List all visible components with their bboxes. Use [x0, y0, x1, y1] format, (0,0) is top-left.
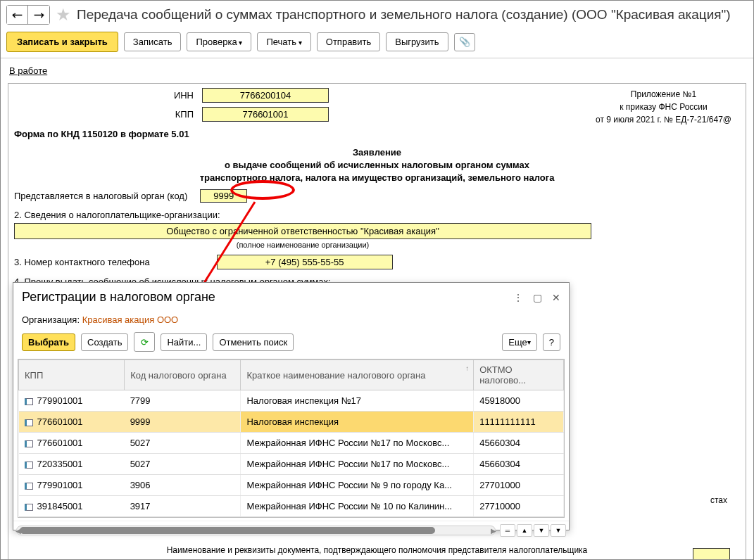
save-button[interactable]: Записать — [124, 32, 182, 51]
org-name-field[interactable]: Общество с ограниченной ответственностью… — [14, 223, 591, 239]
save-close-button[interactable]: Записать и закрыть — [6, 32, 118, 52]
kpp-label: КПП — [148, 109, 194, 120]
send-button[interactable]: Отправить — [317, 32, 380, 51]
page-title: Передача сообщений о суммах транспортног… — [77, 7, 731, 23]
page-last-button[interactable]: ▼ — [551, 524, 566, 537]
status-link[interactable]: В работе — [9, 65, 47, 76]
form-code-line: Форма по КНД 1150120 в формате 5.01 — [14, 129, 740, 139]
org-label: Организация: — [22, 314, 80, 325]
bottom-caption: Наименование и реквизиты документа, подт… — [8, 545, 746, 555]
help-button[interactable]: ? — [543, 333, 560, 351]
scroll-thumb[interactable] — [20, 527, 435, 534]
horizontal-scrollbar[interactable]: ◀ ▶ — [16, 526, 496, 535]
forward-button[interactable]: 🡒 — [28, 6, 49, 24]
dialog-menu-icon[interactable]: ⋮ — [513, 292, 523, 303]
check-button[interactable]: Проверка — [187, 32, 251, 51]
section2-title: 2. Сведения о налогоплательщике-организа… — [14, 210, 740, 220]
dialog-title: Регистрации в налоговом органе — [22, 290, 215, 305]
dialog-close-icon[interactable]: ✕ — [552, 292, 560, 303]
nav-buttons: 🡐 🡒 — [6, 5, 50, 25]
more-button[interactable]: Еще — [502, 333, 536, 351]
org-caption: (полное наименование организации) — [14, 241, 591, 249]
find-button[interactable]: Найти... — [161, 333, 207, 351]
table-row[interactable]: 3918450013917Межрайонная ИФНС России № 1… — [19, 496, 564, 517]
row-icon — [25, 462, 33, 469]
cancel-search-button[interactable]: Отменить поиск — [213, 333, 294, 351]
col-okt[interactable]: ОКТМО налогово... — [474, 360, 564, 390]
table-row[interactable]: 7203350015027Межрайонная ИФНС России №17… — [19, 454, 564, 475]
row-icon — [25, 504, 33, 511]
org-link[interactable]: Красивая акация ООО — [82, 314, 179, 325]
export-button[interactable]: Выгрузить — [386, 32, 448, 51]
table-row[interactable]: 7766010019999Налоговая инспекция11111111… — [19, 412, 564, 433]
scroll-right-icon: ▶ — [491, 527, 496, 535]
phone-field[interactable]: +7 (495) 555-55-55 — [217, 255, 393, 269]
appendix-info: Приложение №1 к приказу ФНС России от 9 … — [596, 88, 731, 126]
row-icon — [25, 483, 33, 490]
kpp-field[interactable]: 776601001 — [202, 107, 329, 122]
refresh-button[interactable]: ⟳ — [134, 332, 155, 352]
refresh-icon: ⟳ — [141, 337, 149, 348]
col-code[interactable]: Код налогового органа — [125, 360, 241, 390]
select-button[interactable]: Выбрать — [22, 333, 75, 351]
favorite-star-icon[interactable]: ★ — [56, 5, 71, 25]
row-icon — [25, 419, 33, 426]
inn-field[interactable]: 7766200104 — [202, 88, 329, 103]
section3-title: 3. Номер контактного телефона — [14, 257, 150, 267]
page-down-button[interactable]: ▼ — [534, 524, 549, 537]
row-icon — [25, 398, 33, 405]
page-up-button[interactable]: ▲ — [517, 524, 532, 537]
table-row[interactable]: 7766010015027Межрайонная ИФНС России №17… — [19, 433, 564, 454]
document-title: Заявление о выдаче сообщений об исчислен… — [14, 146, 740, 185]
dialog-maximize-icon[interactable]: ▢ — [533, 292, 542, 303]
back-button[interactable]: 🡐 — [7, 6, 28, 24]
registrations-table: КПП Код налогового органа Краткое наимен… — [18, 359, 564, 517]
table-row[interactable]: 7799010013906Межрайонная ИФНС России № 9… — [19, 475, 564, 496]
tax-registration-dialog: Регистрации в налоговом органе ⋮ ▢ ✕ Орг… — [13, 282, 570, 530]
paperclip-icon: 📎 — [459, 37, 470, 47]
presented-label: Представляется в налоговый орган (код) — [14, 191, 187, 201]
side-text-fragment: стах — [710, 495, 727, 505]
page-first-button[interactable]: ═ — [500, 524, 515, 537]
col-name[interactable]: Краткое наименование налогового органа↑ — [241, 360, 474, 390]
print-button[interactable]: Печать — [257, 32, 310, 51]
create-button[interactable]: Создать — [81, 333, 128, 351]
row-icon — [25, 440, 33, 447]
tax-code-field[interactable]: 9999 — [200, 189, 247, 203]
sort-asc-icon: ↑ — [465, 364, 469, 372]
col-kpp[interactable]: КПП — [19, 360, 125, 390]
attach-button[interactable]: 📎 — [454, 33, 475, 51]
table-row[interactable]: 7799010017799Налоговая инспекция №174591… — [19, 390, 564, 412]
inn-label: ИНН — [148, 90, 194, 101]
